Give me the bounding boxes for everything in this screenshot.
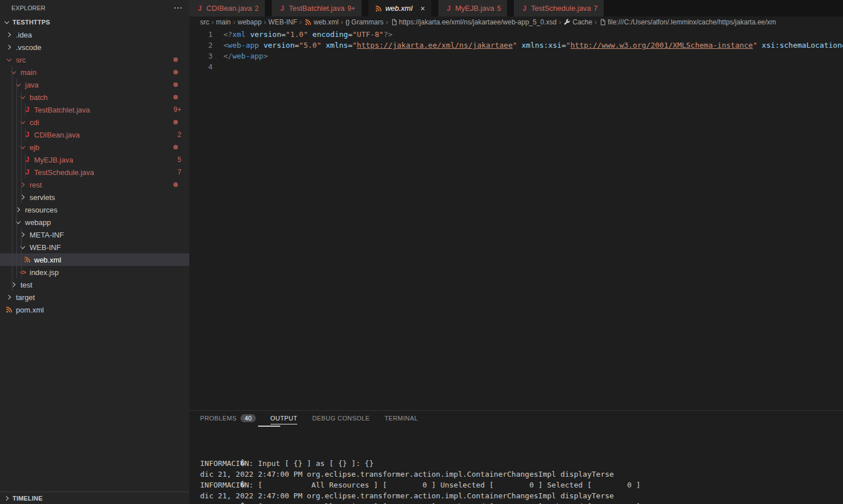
tree-item-pom-xml[interactable]: pom.xml (0, 303, 189, 316)
more-actions-icon[interactable]: ⋯ (173, 5, 182, 11)
tree-item-label: TestSchedule.java (34, 168, 94, 177)
timeline-label: TIMELINE (13, 495, 43, 502)
breadcrumb-separator: › (233, 18, 235, 26)
breadcrumb-label: Grammars (351, 18, 384, 26)
output-text: INFORMACI�N: (200, 459, 258, 468)
output-line: INFORMACI�N: [ All Actions ] [ 0 ] Uncha… (200, 501, 843, 504)
java-file-icon: J (520, 2, 529, 15)
tree-item-label: WEB-INF (30, 243, 61, 252)
chevron-right-icon (5, 28, 14, 41)
editor-tab-testbatchlet-java[interactable]: JTestBatchlet.java9+ (272, 0, 362, 16)
close-icon[interactable]: × (421, 5, 425, 13)
chevron-down-icon (14, 78, 23, 91)
tree-item-rest[interactable]: rest (0, 178, 189, 191)
code-link-token[interactable]: http://www.w3.org/2001/XMLSchema-instanc… (571, 41, 753, 49)
java-file-icon: J (196, 2, 204, 15)
editor-tab-testschedule-java[interactable]: JTestSchedule.java7 (514, 0, 604, 16)
panel-tab-debug-console[interactable]: DEBUG CONSOLE (312, 411, 369, 426)
tree-item-webapp[interactable]: webapp (0, 216, 189, 228)
tree-item-label: main (20, 68, 36, 77)
tree-item-index-jsp[interactable]: <>index.jsp (0, 266, 189, 278)
tree-item-myejb-java[interactable]: JMyEJB.java5 (0, 153, 189, 166)
tree-item-ejb[interactable]: ejb (0, 141, 189, 153)
code-token: web-app (232, 52, 264, 60)
tree-item-meta-inf[interactable]: META-INF (0, 228, 189, 241)
tree-item-testbatchlet-java[interactable]: JTestBatchlet.java9+ (0, 103, 189, 116)
breadcrumb-label: src (200, 18, 209, 26)
xml-file-icon (5, 303, 14, 316)
explorer-header: EXPLORER ⋯ (0, 0, 189, 16)
code-line[interactable]: 1<?xml version="1.0" encoding="UTF-8"?> (189, 29, 843, 40)
tree-item-label: CDIBean.java (34, 131, 80, 139)
breadcrumb-label: web.xml (314, 18, 339, 26)
tree-item-cdi[interactable]: cdi (0, 116, 189, 128)
code-token: version (263, 41, 294, 49)
breadcrumb-item-https-jakarta-ee-xml-ns-[interactable]: https://jakarta.ee/xml/ns/jakartaee/web-… (391, 18, 557, 26)
editor-tab-cdibean-java[interactable]: JCDIBean.java2 (189, 0, 265, 16)
panel-tab-terminal[interactable]: TERMINAL (384, 411, 418, 426)
code-link-token[interactable]: https://jakarta.ee/xml/ns/jakartaee (357, 41, 513, 49)
code-line[interactable]: 2<web-app version="5.0" xmlns="https://j… (189, 40, 843, 51)
tree-item-web-xml[interactable]: web.xml (0, 253, 189, 266)
tree-item-src[interactable]: src (0, 53, 189, 66)
breadcrumb-label: WEB-INF (268, 18, 297, 26)
editor-code-area[interactable]: 1<?xml version="1.0" encoding="UTF-8"?>2… (189, 27, 843, 72)
editor-tab-myejb-java[interactable]: JMyEJB.java5 (438, 0, 507, 16)
output-line: dic 21, 2022 2:47:00 PM org.eclipse.tran… (200, 490, 843, 501)
tree-item-cdibean-java[interactable]: JCDIBean.java2 (0, 128, 189, 141)
tree-item-web-inf[interactable]: WEB-INF (0, 241, 189, 253)
tree-item-testschedule-java[interactable]: JTestSchedule.java7 (0, 166, 189, 178)
tab-label: MyEJB.java (455, 4, 495, 13)
file-icon (391, 18, 397, 26)
tree-item-java[interactable]: java (0, 78, 189, 91)
tab-label: TestBatchlet.java (289, 4, 344, 13)
error-dot-badge (173, 82, 178, 87)
tree-item-label: MyEJB.java (34, 156, 73, 164)
workspace-section-header[interactable]: TESTHTTPS (0, 16, 189, 28)
chevron-right-icon (18, 191, 27, 203)
editor-tab-web-xml[interactable]: web.xml× (368, 0, 431, 16)
code-line[interactable]: 4 (189, 61, 843, 72)
problems-count-badge: 40 (240, 414, 255, 422)
tree-item-vscode[interactable]: .vscode (0, 41, 189, 53)
panel-tab-problems[interactable]: PROBLEMS40 (200, 411, 256, 426)
tree-item-main[interactable]: main (0, 66, 189, 78)
tree-item-label: cdi (30, 118, 39, 127)
code-token: "1.0" (286, 30, 308, 39)
problem-count-badge: 7 (177, 168, 181, 176)
tree-item-label: webapp (25, 218, 51, 227)
tree-item-batch[interactable]: batch (0, 91, 189, 103)
code-token (246, 30, 250, 39)
breadcrumb-item-web-inf[interactable]: WEB-INF (268, 18, 297, 26)
panel-tab-label: PROBLEMS (200, 415, 236, 422)
tree-item-label: batch (30, 93, 48, 102)
java-file-icon: J (278, 2, 286, 15)
code-token: xmlns:xsi (521, 41, 561, 49)
panel-tab-output[interactable]: OUTPUT (271, 411, 298, 426)
breadcrumb-item-cache[interactable]: Cache (563, 18, 592, 26)
tree-item-idea[interactable]: .idea (0, 28, 189, 41)
timeline-section-header[interactable]: TIMELINE (0, 491, 189, 504)
output-log: INFORMACI�N: Input [ {} ] as [ {} ]: {}d… (189, 426, 843, 504)
java-file-icon: J (23, 166, 32, 178)
code-token (321, 41, 326, 49)
tree-item-target[interactable]: target (0, 291, 189, 303)
output-line: INFORMACI�N: [ All Resources ] [ 0 ] Uns… (200, 480, 843, 490)
xml-file-icon (23, 253, 32, 266)
tree-item-test[interactable]: test (0, 278, 189, 291)
chevron-down-icon (9, 66, 18, 78)
breadcrumb-item-web-xml[interactable]: web.xml (304, 18, 339, 26)
java-file-icon: J (23, 103, 32, 116)
breadcrumb-item-grammars[interactable]: {}Grammars (346, 18, 384, 26)
breadcrumb-item-webapp[interactable]: webapp (238, 18, 261, 26)
breadcrumb-item-src[interactable]: src (200, 18, 209, 26)
output-line: INFORMACI�N: Input [ {} ] as [ {} ]: {} (200, 458, 843, 469)
breadcrumb-separator: › (264, 18, 266, 26)
code-token: = (562, 41, 566, 49)
breadcrumb-item-main[interactable]: main (216, 18, 231, 26)
tab-problem-badge: 5 (497, 5, 501, 13)
code-line[interactable]: 3</web-app> (189, 51, 843, 61)
tree-item-resources[interactable]: resources (0, 203, 189, 216)
breadcrumb-item-file-c-users-alfon-lemmi[interactable]: file:///C:/Users/alfon/.lemminx/cache/ht… (599, 18, 776, 26)
tree-item-servlets[interactable]: servlets (0, 191, 189, 203)
